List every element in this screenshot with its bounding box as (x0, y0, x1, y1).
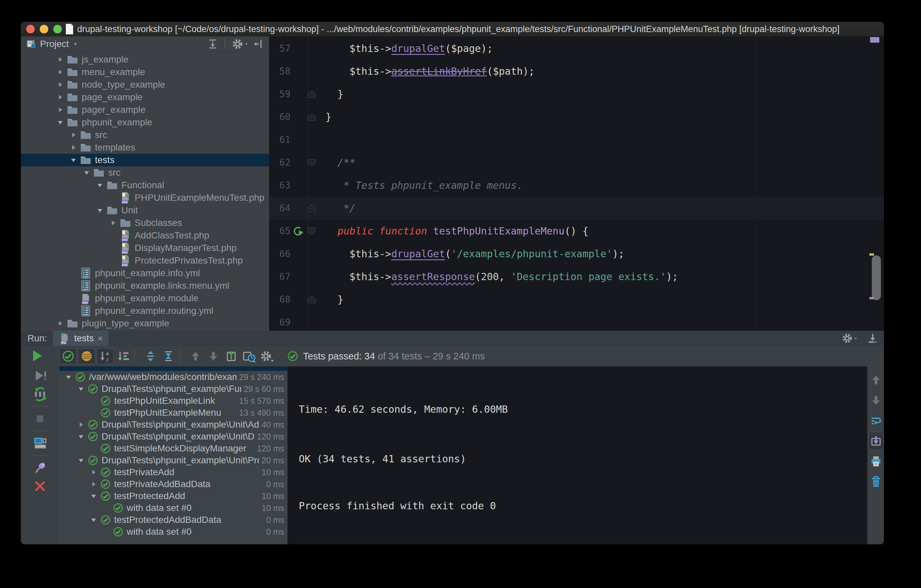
editor-line-60[interactable]: 60} (269, 106, 884, 128)
project-tree-item-protectedprivatestest-php[interactable]: phpProtectedPrivatesTest.php (21, 254, 269, 267)
editor-line-63[interactable]: 63 * Tests phpunit_example menus. (269, 174, 884, 197)
fold-start-marker-icon[interactable] (306, 159, 317, 167)
hide-panel-icon[interactable] (867, 332, 879, 344)
project-tree-item-templates[interactable]: templates (21, 141, 269, 154)
tree-expanded-arrow-icon[interactable] (75, 430, 87, 442)
close-red-button[interactable] (21, 477, 59, 495)
restore-layout-button[interactable] (21, 434, 59, 452)
test-tree-row[interactable]: testPrivateAddBadData0 ms (59, 478, 288, 490)
code-editor[interactable]: 57 $this->drupalGet($page);58 $this->ass… (269, 36, 884, 331)
tree-collapsed-arrow-icon[interactable] (88, 478, 99, 490)
tree-collapsed-arrow-icon[interactable] (54, 104, 67, 116)
close-tab-icon[interactable]: × (98, 333, 103, 344)
tree-expanded-arrow-icon[interactable] (88, 514, 99, 526)
project-tree-item-phpunitexamplemenutest-php[interactable]: phpPHPUnitExampleMenuTest.php (21, 192, 269, 204)
project-panel-title[interactable]: Project (40, 39, 69, 49)
editor-line-64[interactable]: 64 */ (269, 197, 884, 219)
arrow-down-button[interactable] (205, 349, 222, 364)
tree-row-partial[interactable] (59, 366, 288, 371)
sort-alpha-button[interactable]: az (97, 348, 114, 364)
tree-collapsed-arrow-icon[interactable] (107, 217, 119, 229)
rerun-failed-button[interactable] (21, 366, 59, 385)
run-console[interactable]: Time: 46.62 seconds, Memory: 6.00MBOK (3… (288, 366, 867, 544)
test-tree-row[interactable]: with data set #010 ms (59, 502, 288, 514)
arrow-up-button[interactable] (868, 370, 884, 390)
project-tree-item-functional[interactable]: Functional (21, 179, 269, 192)
editor-line-57[interactable]: 57 $this->drupalGet($page); (269, 37, 884, 60)
tree-expanded-arrow-icon[interactable] (75, 455, 87, 466)
tree-expanded-arrow-icon[interactable] (62, 371, 75, 383)
project-tree-item-unit[interactable]: Unit (21, 204, 269, 217)
test-tree-row[interactable]: /var/www/web/modules/contrib/examples/ph… (59, 371, 288, 383)
tree-expanded-arrow-icon[interactable] (75, 383, 87, 395)
project-tree-item-phpunit-example-info-yml[interactable]: phpunit_example.info.yml (21, 267, 269, 279)
tree-collapsed-arrow-icon[interactable] (88, 466, 99, 478)
editor-line-59[interactable]: 59 } (269, 83, 884, 106)
editor-line-58[interactable]: 58 $this->assertLinkByHref($path); (269, 60, 884, 83)
tree-collapsed-arrow-icon[interactable] (67, 141, 80, 154)
project-tree-item-src[interactable]: src (21, 128, 269, 141)
editor-line-66[interactable]: 66 $this->drupalGet('/examples/phpunit-e… (269, 242, 884, 265)
tree-collapsed-arrow-icon[interactable] (67, 128, 80, 141)
test-tree-row[interactable]: testPhpUnitExampleLink15 s 570 ms (59, 395, 288, 407)
editor-line-69[interactable]: 69 (269, 311, 884, 331)
project-tree-item-phpunit-example-links-menu-yml[interactable]: phpunit_example.links.menu.yml (21, 279, 269, 292)
collapse-all-button[interactable] (160, 349, 177, 364)
fold-end-marker-icon[interactable] (306, 296, 317, 304)
print-button[interactable] (868, 451, 884, 472)
auto-rerun-button[interactable] (21, 385, 59, 403)
project-tree-item-tests[interactable]: tests (21, 154, 269, 166)
tree-collapsed-arrow-icon[interactable] (54, 66, 67, 78)
test-tree-row[interactable]: testPhpUnitExampleMenu13 s 490 ms (59, 407, 288, 419)
project-tree-item-js-example[interactable]: js_example (21, 53, 269, 66)
import-results-button[interactable] (223, 349, 239, 364)
editor-line-67[interactable]: 67 $this->assertResponse(200, 'Descripti… (269, 265, 884, 288)
project-tree-item-node-type-example[interactable]: node_type_example (21, 78, 269, 91)
hide-panel-icon[interactable] (252, 38, 264, 50)
zoom-window-button[interactable] (53, 25, 62, 33)
soft-wrap-button[interactable] (868, 411, 884, 431)
test-tree-row[interactable]: Drupal\Tests\phpunit_example\Functional\… (59, 383, 288, 395)
project-tree-item-subclasses[interactable]: Subclasses (21, 217, 269, 229)
editor-line-68[interactable]: 68 } (269, 288, 884, 311)
editor-line-62[interactable]: 62 /** (269, 151, 884, 174)
test-history-button[interactable] (241, 349, 257, 364)
rerun-tests-button[interactable] (29, 349, 44, 363)
arrow-up-button[interactable] (187, 349, 204, 364)
minimize-window-button[interactable] (40, 25, 48, 33)
expand-all-button[interactable] (142, 349, 159, 364)
tree-collapsed-arrow-icon[interactable] (54, 78, 67, 91)
clear-all-button[interactable] (868, 472, 884, 492)
test-tree-row[interactable]: testProtectedAdd10 ms (59, 490, 288, 502)
pin-button[interactable] (21, 458, 59, 477)
tree-collapsed-arrow-icon[interactable] (54, 91, 67, 104)
editor-line-65[interactable]: 65 public function testPhpUnitExampleMen… (269, 219, 884, 242)
project-tree-item-plugin-type-example[interactable]: plugin_type_example (21, 317, 269, 330)
sort-duration-button[interactable] (115, 349, 132, 364)
editor-scrollbar[interactable] (872, 255, 881, 300)
test-tree-row[interactable]: Drupal\Tests\phpunit_example\Unit\Displa… (59, 430, 288, 442)
test-tree-row[interactable]: Drupal\Tests\phpunit_example\Unit\Protec… (59, 455, 288, 466)
tree-expanded-arrow-icon[interactable] (67, 154, 80, 166)
settings-gear-icon[interactable] (841, 332, 858, 344)
fold-end-marker-icon[interactable] (306, 90, 317, 98)
arrow-down-button[interactable] (868, 390, 884, 411)
project-tree-item-menu-example[interactable]: menu_example (21, 66, 269, 78)
tree-collapsed-arrow-icon[interactable] (54, 317, 67, 330)
test-tree-row[interactable]: testPrivateAdd10 ms (59, 466, 288, 478)
settings-gear-icon[interactable] (231, 38, 249, 50)
scroll-to-end-button[interactable] (868, 432, 884, 450)
fold-start-marker-icon[interactable] (306, 227, 317, 235)
warning-stripe-mark[interactable] (869, 253, 874, 256)
run-tab-tests[interactable]: php tests × (53, 331, 109, 346)
tree-expanded-arrow-icon[interactable] (88, 490, 99, 502)
fold-end-marker-icon[interactable] (306, 113, 317, 121)
project-tree-item-displaymanagertest-php[interactable]: phpDisplayManagerTest.php (21, 242, 269, 254)
test-tree-row[interactable]: testSimpleMockDisplayManager120 ms (59, 442, 288, 455)
project-tree-item-pager-example[interactable]: pager_example (21, 104, 269, 116)
project-tree-item-page-example[interactable]: page_example (21, 91, 269, 104)
info-stripe-mark[interactable] (869, 297, 874, 299)
project-tree-item-phpunit-example-routing-yml[interactable]: phpunit_example.routing.yml (21, 305, 269, 317)
show-ignored-button[interactable] (78, 348, 95, 364)
editor-line-61[interactable]: 61 (269, 128, 884, 151)
